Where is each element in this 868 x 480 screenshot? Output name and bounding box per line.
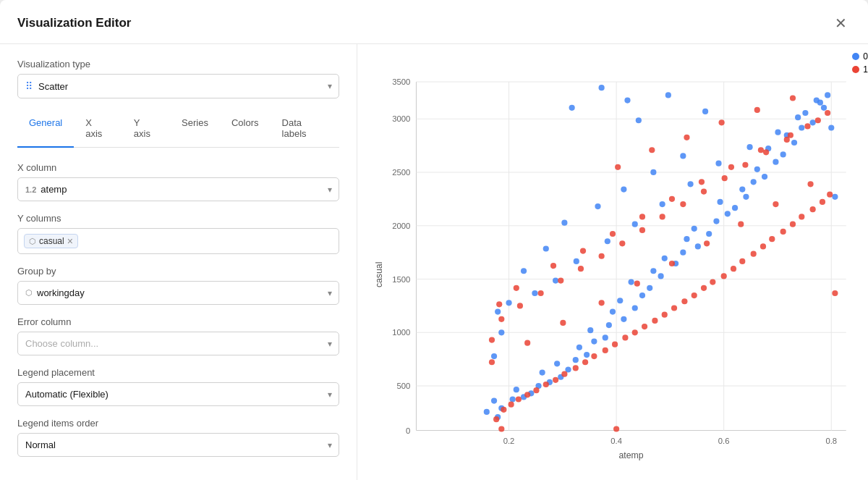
error-column-placeholder: Choose column...	[25, 338, 98, 349]
svg-point-119	[524, 392, 530, 397]
svg-text:0.6: 0.6	[718, 437, 730, 445]
legend-label-1: 1	[863, 64, 868, 75]
svg-point-128	[612, 342, 618, 348]
tab-x-axis[interactable]: X axis	[74, 110, 122, 148]
svg-point-55	[658, 273, 664, 279]
svg-point-74	[780, 151, 786, 157]
tab-colors[interactable]: Colors	[220, 110, 271, 148]
modal-title: Visualization Editor	[17, 16, 131, 30]
svg-point-184	[517, 303, 523, 308]
group-by-select[interactable]: ⬡ workingday	[17, 281, 339, 305]
svg-point-140	[731, 266, 736, 271]
svg-point-192	[680, 201, 686, 207]
svg-point-47	[606, 322, 612, 328]
svg-point-157	[610, 231, 616, 237]
x-column-select-wrapper: 1.2 atemp ▾	[17, 177, 339, 201]
tab-series[interactable]: Series	[170, 110, 220, 148]
svg-point-50	[632, 305, 638, 311]
svg-point-67	[717, 199, 723, 205]
svg-point-61	[684, 236, 689, 242]
svg-text:0.4: 0.4	[610, 437, 622, 445]
svg-point-42	[584, 352, 590, 358]
legend-item-0: 0	[852, 51, 868, 62]
svg-point-143	[760, 243, 766, 249]
svg-point-150	[827, 192, 833, 198]
svg-point-179	[684, 135, 689, 140]
svg-point-76	[791, 140, 797, 146]
error-column-select[interactable]: Choose column...	[17, 332, 339, 355]
svg-point-161	[728, 164, 734, 170]
close-icon: ✕	[835, 14, 847, 32]
svg-point-171	[704, 240, 710, 246]
svg-point-31	[510, 396, 516, 402]
svg-point-136	[692, 292, 697, 298]
tab-general[interactable]: General	[17, 110, 74, 148]
x-column-select[interactable]: 1.2 atemp	[17, 177, 339, 201]
viz-type-select-wrapper: ⠿ Scatter ▾	[17, 74, 339, 98]
chart-legend: 0 1	[852, 51, 868, 75]
svg-point-107	[632, 222, 638, 227]
svg-point-96	[561, 220, 567, 226]
svg-point-121	[543, 382, 549, 387]
svg-point-62	[706, 231, 712, 237]
svg-point-135	[681, 298, 687, 304]
svg-point-59	[680, 250, 686, 256]
close-button[interactable]: ✕	[830, 13, 851, 33]
svg-text:0: 0	[406, 426, 410, 435]
tab-y-axis[interactable]: Y axis	[122, 110, 170, 148]
legend-item-1: 1	[852, 64, 868, 75]
svg-point-72	[754, 167, 760, 172]
svg-point-54	[629, 279, 634, 285]
legend-items-order-select[interactable]: Normal	[17, 433, 339, 457]
svg-point-131	[642, 324, 647, 329]
svg-point-83	[825, 92, 830, 98]
legend-dot-1	[852, 66, 859, 73]
svg-point-65	[725, 211, 731, 216]
svg-point-44	[591, 338, 597, 344]
svg-point-73	[773, 159, 778, 165]
svg-point-164	[815, 117, 821, 123]
svg-text:500: 500	[396, 382, 410, 390]
svg-point-92	[680, 153, 686, 159]
svg-point-194	[722, 175, 728, 181]
svg-point-175	[498, 426, 504, 431]
svg-point-193	[701, 189, 707, 195]
svg-point-52	[639, 292, 645, 298]
svg-point-118	[516, 396, 522, 402]
modal-header: Visualization Editor ✕	[0, 0, 868, 44]
tab-data-labels[interactable]: Data labels	[271, 110, 339, 148]
svg-point-127	[603, 348, 608, 353]
svg-point-56	[650, 268, 656, 274]
svg-point-51	[617, 298, 623, 303]
svg-point-105	[574, 258, 579, 264]
svg-point-165	[489, 359, 495, 365]
svg-point-137	[701, 285, 707, 291]
svg-point-66	[732, 205, 738, 211]
svg-point-134	[671, 305, 677, 311]
viz-type-value: Scatter	[38, 81, 68, 92]
svg-point-30	[491, 397, 497, 403]
chart-panel: 0 1	[357, 44, 868, 480]
legend-label-0: 0	[863, 51, 868, 62]
svg-point-101	[491, 353, 497, 359]
legend-placement-select[interactable]: Automatic (Flexible)	[17, 382, 339, 406]
scatter-icon: ⠿	[25, 80, 33, 92]
svg-point-99	[506, 300, 511, 306]
svg-point-186	[558, 277, 563, 283]
svg-point-125	[582, 359, 588, 365]
viz-type-select[interactable]: ⠿ Scatter	[17, 74, 339, 98]
svg-text:1500: 1500	[392, 275, 410, 284]
svg-point-197	[784, 137, 790, 143]
svg-point-60	[695, 243, 701, 249]
svg-point-183	[498, 316, 504, 322]
svg-point-149	[820, 199, 825, 205]
svg-point-113	[795, 114, 801, 120]
svg-point-199	[825, 110, 830, 116]
svg-point-156	[580, 248, 586, 253]
y-columns-input[interactable]: ⬡ casual ×	[17, 228, 339, 254]
modal-body: Visualization type ⠿ Scatter ▾ General X…	[0, 44, 868, 480]
svg-point-91	[702, 109, 708, 114]
casual-tag-remove[interactable]: ×	[67, 236, 73, 246]
svg-point-146	[790, 222, 796, 227]
svg-text:2500: 2500	[392, 168, 410, 177]
